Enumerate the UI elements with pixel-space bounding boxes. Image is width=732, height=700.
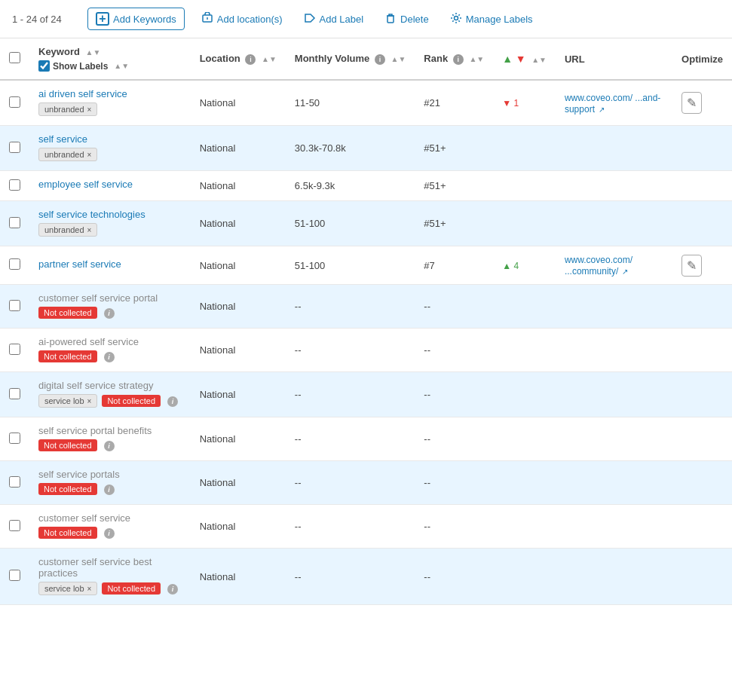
location-info-icon[interactable]: i [245, 54, 256, 65]
row-checkbox[interactable] [9, 570, 20, 581]
optimize-cell [672, 549, 732, 605]
location-cell: National [191, 505, 286, 549]
volume-cell: 51-100 [286, 201, 415, 246]
volume-cell: -- [286, 417, 415, 461]
table-row: ai driven self serviceunbranded×National… [0, 80, 732, 126]
rank-change-cell [493, 549, 556, 605]
volume-header: Monthly Volume i ▲▼ [286, 38, 415, 80]
volume-sort-icon[interactable]: ▲▼ [391, 55, 406, 63]
show-labels-sort-icon[interactable]: ▲▼ [114, 62, 129, 70]
row-checkbox[interactable] [9, 476, 20, 488]
rank-change-sort-icon[interactable]: ▲▼ [531, 56, 547, 64]
keyword-text: customer self service best practices [38, 556, 182, 579]
rank-change-cell: ▼ 1 [493, 80, 556, 126]
optimize-cell [672, 505, 732, 549]
delete-button[interactable]: Delete [380, 9, 433, 29]
label-icon [304, 12, 316, 26]
row-checkbox[interactable] [9, 96, 20, 108]
row-checkbox[interactable] [9, 258, 20, 270]
keyword-text: ai-powered self service [38, 336, 182, 347]
not-collected-info-icon[interactable]: i [104, 308, 115, 319]
tag-not-collected: Not collected [38, 350, 97, 362]
location-cell: National [191, 80, 286, 126]
row-checkbox[interactable] [9, 433, 20, 444]
rank-sort-icon[interactable]: ▲▼ [469, 55, 484, 63]
trash-icon [384, 12, 397, 26]
row-checkbox[interactable] [9, 300, 20, 311]
rank-down-icon: ▼ [516, 53, 526, 65]
optimize-cell [672, 417, 732, 461]
select-all-checkbox[interactable] [9, 52, 20, 63]
row-checkbox[interactable] [9, 344, 20, 355]
location-sort-icon[interactable]: ▲▼ [262, 55, 277, 63]
rank-up-icon: ▲ [502, 53, 513, 65]
not-collected-info-icon[interactable]: i [167, 396, 178, 407]
keyword-link[interactable]: ai driven self service [38, 88, 182, 99]
location-cell: National [191, 372, 286, 417]
delete-label: Delete [400, 14, 429, 25]
manage-labels-label: Manage Labels [466, 14, 533, 25]
rank-cell: -- [415, 372, 493, 417]
optimize-cell [672, 171, 732, 201]
rank-info-icon[interactable]: i [453, 54, 464, 65]
not-collected-info-icon[interactable]: i [104, 528, 115, 539]
manage-labels-button[interactable]: Manage Labels [446, 9, 538, 29]
location-cell: National [191, 201, 286, 246]
keywords-table: Keyword ▲▼ Show Labels ▲▼ Location i ▲▼ … [0, 38, 732, 605]
volume-cell: 6.5k-9.3k [286, 171, 415, 201]
volume-cell: 30.3k-70.8k [286, 126, 415, 171]
row-checkbox[interactable] [9, 179, 20, 191]
row-checkbox[interactable] [9, 142, 20, 153]
optimize-button[interactable]: ✎ [681, 92, 702, 114]
location-cell: National [191, 417, 286, 461]
row-checkbox[interactable] [9, 388, 20, 399]
location-cell: National [191, 246, 286, 285]
keyword-sort-icon[interactable]: ▲▼ [86, 48, 101, 57]
keyword-cell: customer self service best practicesserv… [29, 549, 191, 605]
not-collected-info-icon[interactable]: i [167, 584, 178, 595]
keyword-link[interactable]: self service technologies [38, 209, 182, 220]
tag-remove-icon[interactable]: × [87, 151, 92, 159]
tag-remove-icon[interactable]: × [87, 226, 92, 234]
not-collected-info-icon[interactable]: i [104, 352, 115, 362]
location-cell: National [191, 126, 286, 171]
location-cell: National [191, 329, 286, 372]
add-label-button[interactable]: Add Label [299, 9, 369, 29]
tag-not-collected: Not collected [102, 582, 161, 595]
add-label-label: Add Label [320, 14, 364, 25]
tag-remove-icon[interactable]: × [87, 397, 92, 405]
keyword-cell: self service portalsNot collectedi [29, 461, 191, 505]
tag-remove-icon[interactable]: × [87, 585, 92, 593]
keyword-cell: employee self service [29, 171, 191, 201]
add-keywords-button[interactable]: + Add Keywords [87, 8, 185, 30]
not-collected-info-icon[interactable]: i [104, 484, 115, 495]
not-collected-info-icon[interactable]: i [104, 441, 115, 451]
url-cell [556, 417, 672, 461]
keyword-cell: ai-powered self serviceNot collectedi [29, 329, 191, 372]
row-checkbox[interactable] [9, 520, 20, 531]
keyword-link[interactable]: partner self service [38, 258, 182, 270]
rank-change-cell [493, 417, 556, 461]
optimize-button[interactable]: ✎ [681, 255, 702, 277]
rank-change-cell [493, 329, 556, 372]
volume-info-icon[interactable]: i [375, 54, 385, 65]
show-labels-checkbox[interactable] [38, 60, 50, 72]
location-header: Location i ▲▼ [191, 38, 286, 80]
url-link[interactable]: www.coveo.com/ ...and-support ↗ [565, 93, 660, 115]
url-link[interactable]: www.coveo.com/ ...community/ ↗ [565, 255, 632, 277]
table-row: self service technologiesunbranded×Natio… [0, 201, 732, 246]
rank-cell: -- [415, 505, 493, 549]
keyword-link[interactable]: self service [38, 133, 182, 145]
svg-rect-2 [387, 16, 394, 23]
optimize-header: Optimize [672, 38, 732, 80]
keyword-link[interactable]: employee self service [38, 179, 182, 190]
add-locations-button[interactable]: Add location(s) [197, 9, 287, 29]
keyword-text: customer self service portal [38, 292, 182, 304]
keyword-cell: ai driven self serviceunbranded× [29, 80, 191, 126]
keyword-cell: customer self service portalNot collecte… [29, 285, 191, 329]
tag-unbranded: unbranded× [38, 102, 97, 116]
tag-remove-icon[interactable]: × [87, 105, 92, 114]
add-locations-label: Add location(s) [217, 14, 283, 25]
tag-not-collected: Not collected [38, 307, 97, 319]
row-checkbox[interactable] [9, 217, 20, 228]
